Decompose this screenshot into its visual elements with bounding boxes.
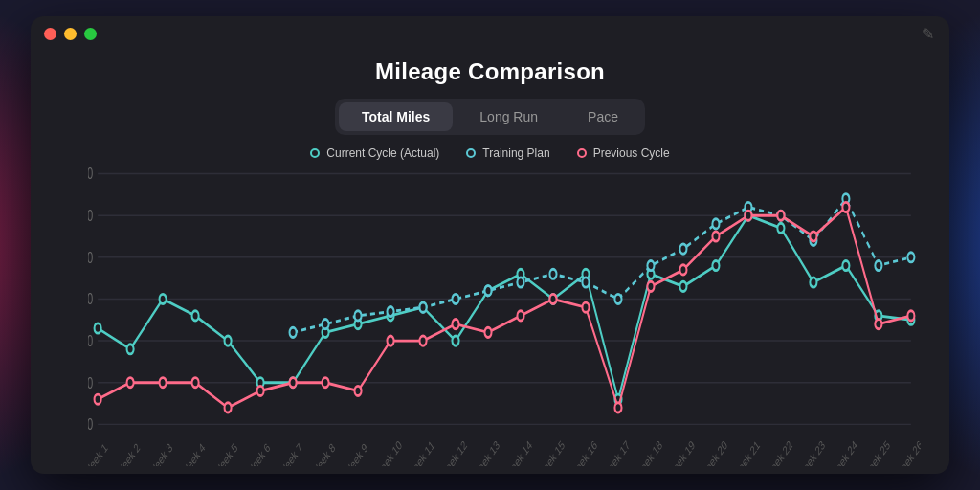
svg-point-67 <box>323 320 329 329</box>
svg-point-110 <box>875 320 881 329</box>
svg-point-75 <box>582 278 589 287</box>
svg-point-61 <box>777 223 784 233</box>
legend-item-prev: Previous Cycle <box>577 146 670 160</box>
chart-svg: 0102030405060Week 1Week 2Week 3Week 4Wee… <box>88 160 921 466</box>
svg-point-91 <box>257 386 264 395</box>
tab-total-miles[interactable]: Total Miles <box>339 102 453 131</box>
legend-item-actual: Current Cycle (Actual) <box>310 146 439 160</box>
svg-text:Week 8: Week 8 <box>309 440 337 466</box>
svg-point-70 <box>419 302 426 312</box>
svg-text:Week 21: Week 21 <box>731 438 762 466</box>
svg-point-79 <box>712 219 719 229</box>
svg-point-62 <box>810 278 816 287</box>
legend-dot-plan <box>466 148 476 158</box>
svg-text:Week 13: Week 13 <box>471 438 501 466</box>
svg-text:Week 25: Week 25 <box>861 438 892 466</box>
svg-point-51 <box>452 336 458 345</box>
svg-text:Week 4: Week 4 <box>180 440 208 466</box>
svg-point-74 <box>549 269 556 278</box>
svg-point-77 <box>647 260 654 270</box>
svg-text:50: 50 <box>88 208 93 224</box>
svg-text:Week 12: Week 12 <box>438 438 469 466</box>
edit-icon[interactable]: ✎ <box>922 25 934 43</box>
svg-text:Week 23: Week 23 <box>796 438 827 466</box>
svg-point-78 <box>679 244 686 254</box>
svg-point-63 <box>842 260 849 270</box>
svg-point-66 <box>290 327 297 337</box>
svg-point-107 <box>777 211 784 220</box>
svg-point-101 <box>582 302 589 312</box>
svg-point-59 <box>712 260 719 270</box>
svg-point-40 <box>95 323 101 333</box>
svg-text:30: 30 <box>88 291 93 307</box>
svg-text:Week 7: Week 7 <box>278 440 305 466</box>
svg-text:Week 2: Week 2 <box>115 440 143 466</box>
svg-point-85 <box>907 253 914 262</box>
svg-point-43 <box>192 311 199 321</box>
svg-point-100 <box>549 294 556 303</box>
svg-point-42 <box>160 294 167 303</box>
svg-point-90 <box>225 403 232 412</box>
svg-point-89 <box>192 378 199 388</box>
svg-point-99 <box>517 311 523 321</box>
svg-text:0: 0 <box>88 416 93 433</box>
svg-point-108 <box>810 232 816 241</box>
svg-point-73 <box>517 278 523 287</box>
svg-text:Week 3: Week 3 <box>147 440 175 466</box>
legend-label-prev: Previous Cycle <box>593 146 670 160</box>
close-button[interactable] <box>44 28 56 40</box>
legend-item-plan: Training Plan <box>466 146 549 160</box>
page-title: Mileage Comparison <box>375 58 605 85</box>
svg-text:Week 20: Week 20 <box>699 438 729 466</box>
svg-point-69 <box>387 306 393 316</box>
svg-point-111 <box>907 311 914 321</box>
svg-text:Week 10: Week 10 <box>373 438 404 466</box>
svg-point-102 <box>614 403 621 412</box>
svg-point-41 <box>127 345 134 354</box>
svg-point-109 <box>842 202 849 212</box>
svg-point-104 <box>679 265 686 275</box>
svg-text:Week 19: Week 19 <box>666 438 697 466</box>
minimize-button[interactable] <box>64 28 77 40</box>
maximize-button[interactable] <box>84 28 97 40</box>
legend-dot-prev <box>577 148 587 158</box>
chart-legend: Current Cycle (Actual) Training Plan Pre… <box>310 146 669 160</box>
svg-point-92 <box>290 378 297 388</box>
svg-point-86 <box>95 394 101 404</box>
svg-point-98 <box>484 327 491 337</box>
tab-bar: Total Miles Long Run Pace <box>335 99 645 135</box>
svg-point-84 <box>875 260 881 270</box>
svg-text:Week 26: Week 26 <box>894 438 921 466</box>
svg-point-76 <box>614 294 621 303</box>
legend-dot-actual <box>310 148 320 158</box>
svg-text:Week 15: Week 15 <box>536 438 567 466</box>
svg-point-87 <box>127 378 134 388</box>
svg-text:Week 14: Week 14 <box>503 438 534 466</box>
svg-text:Week 17: Week 17 <box>601 438 632 466</box>
svg-point-105 <box>712 232 719 241</box>
svg-point-94 <box>355 386 362 395</box>
tab-long-run[interactable]: Long Run <box>457 102 561 131</box>
svg-text:Week 9: Week 9 <box>342 440 369 466</box>
svg-point-72 <box>484 286 491 296</box>
traffic-lights <box>44 28 97 40</box>
app-window: ✎ Mileage Comparison Total Miles Long Ru… <box>31 16 949 474</box>
svg-point-71 <box>452 294 458 303</box>
chart-area: 0102030405060Week 1Week 2Week 3Week 4Wee… <box>31 160 949 474</box>
svg-text:20: 20 <box>88 333 93 349</box>
svg-text:Week 16: Week 16 <box>568 438 599 466</box>
svg-point-58 <box>679 281 686 291</box>
svg-point-93 <box>323 378 329 388</box>
svg-text:60: 60 <box>88 166 93 182</box>
svg-point-96 <box>419 336 426 345</box>
svg-point-68 <box>355 311 362 321</box>
svg-text:10: 10 <box>88 375 93 391</box>
svg-point-95 <box>387 336 393 345</box>
svg-text:Week 24: Week 24 <box>829 438 859 466</box>
svg-point-103 <box>647 281 654 291</box>
svg-point-97 <box>452 320 458 329</box>
title-bar: ✎ <box>31 16 949 51</box>
svg-text:40: 40 <box>88 250 93 266</box>
svg-text:Week 1: Week 1 <box>88 440 109 466</box>
tab-pace[interactable]: Pace <box>565 102 641 131</box>
